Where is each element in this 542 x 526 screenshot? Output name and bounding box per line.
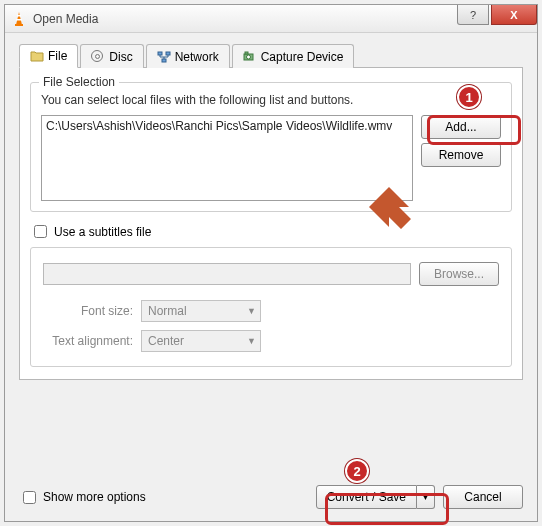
tab-bar: File Disc Network Capture Device bbox=[19, 43, 523, 68]
remove-button[interactable]: Remove bbox=[421, 143, 501, 167]
use-subtitles-label: Use a subtitles file bbox=[54, 225, 151, 239]
svg-rect-3 bbox=[16, 19, 22, 21]
svg-rect-1 bbox=[15, 24, 23, 26]
capture-icon bbox=[243, 50, 257, 64]
svg-rect-8 bbox=[245, 52, 248, 54]
alignment-combo: Center ▼ bbox=[141, 330, 261, 352]
tab-file-label: File bbox=[48, 49, 67, 63]
tab-capture-label: Capture Device bbox=[261, 50, 344, 64]
svg-point-9 bbox=[246, 55, 250, 59]
chevron-down-icon: ▼ bbox=[247, 336, 256, 346]
svg-rect-4 bbox=[158, 52, 162, 55]
file-list[interactable]: C:\Users\Ashish\Videos\Ranchi Pics\Sampl… bbox=[41, 115, 413, 201]
open-media-dialog: Open Media ? X File Disc Network Capture… bbox=[4, 4, 538, 522]
alignment-label: Text alignment: bbox=[43, 334, 133, 348]
tab-disc-label: Disc bbox=[109, 50, 132, 64]
svg-rect-2 bbox=[17, 15, 21, 17]
tab-disc[interactable]: Disc bbox=[80, 44, 143, 68]
file-selection-group: File Selection You can select local file… bbox=[30, 82, 512, 212]
convert-save-dropdown[interactable]: ▼ bbox=[417, 485, 435, 509]
vlc-icon bbox=[11, 11, 27, 27]
tab-panel-file: File Selection You can select local file… bbox=[19, 68, 523, 380]
convert-save-button[interactable]: Convert / Save bbox=[316, 485, 417, 509]
add-button[interactable]: Add... bbox=[421, 115, 501, 139]
use-subtitles-checkbox[interactable] bbox=[34, 225, 47, 238]
tab-capture[interactable]: Capture Device bbox=[232, 44, 355, 68]
cancel-button[interactable]: Cancel bbox=[443, 485, 523, 509]
disc-icon bbox=[91, 50, 105, 64]
annotation-marker-2: 2 bbox=[345, 459, 369, 483]
tab-network-label: Network bbox=[175, 50, 219, 64]
file-selection-hint: You can select local files with the foll… bbox=[41, 93, 501, 107]
tab-network[interactable]: Network bbox=[146, 44, 230, 68]
folder-icon bbox=[30, 49, 44, 63]
fontsize-label: Font size: bbox=[43, 304, 133, 318]
fontsize-value: Normal bbox=[148, 304, 187, 318]
fontsize-combo: Normal ▼ bbox=[141, 300, 261, 322]
close-button[interactable]: X bbox=[491, 5, 537, 25]
help-button[interactable]: ? bbox=[457, 5, 489, 25]
svg-rect-5 bbox=[166, 52, 170, 55]
file-selection-legend: File Selection bbox=[39, 75, 119, 89]
browse-button: Browse... bbox=[419, 262, 499, 286]
chevron-down-icon: ▼ bbox=[247, 306, 256, 316]
subtitles-group: Browse... Font size: Normal ▼ Text align… bbox=[30, 247, 512, 367]
show-more-options-label: Show more options bbox=[43, 490, 146, 504]
network-icon bbox=[157, 50, 171, 64]
list-item[interactable]: C:\Users\Ashish\Videos\Ranchi Pics\Sampl… bbox=[46, 118, 408, 134]
show-more-options-checkbox[interactable] bbox=[23, 491, 36, 504]
convert-save-splitbutton[interactable]: Convert / Save ▼ bbox=[316, 485, 435, 509]
svg-marker-0 bbox=[16, 12, 22, 25]
alignment-value: Center bbox=[148, 334, 184, 348]
window-title: Open Media bbox=[33, 12, 457, 26]
tab-file[interactable]: File bbox=[19, 44, 78, 68]
svg-rect-6 bbox=[162, 59, 166, 62]
subtitle-path-input bbox=[43, 263, 411, 285]
titlebar: Open Media ? X bbox=[5, 5, 537, 33]
